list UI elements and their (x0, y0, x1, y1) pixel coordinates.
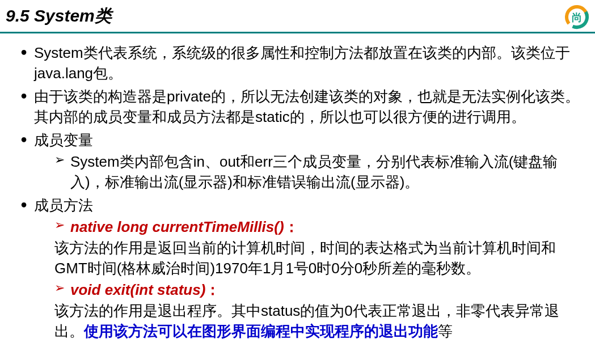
bullet-item-2: 由于该类的构造器是private的，所以无法创建该类的对象，也就是无法实例化该类… (20, 86, 581, 128)
method-desc-highlight: 使用该方法可以在图形界面编程中实现程序的退出功能 (84, 323, 438, 340)
bullet-item-3: 成员变量 System类内部包含in、out和err三个成员变量，分别代表标准输… (20, 130, 581, 193)
sub-bullet-item: System类内部包含in、out和err三个成员变量，分别代表标准输入流(键盘… (54, 151, 581, 193)
sub-bullet-text: System类内部包含in、out和err三个成员变量，分别代表标准输入流(键盘… (70, 153, 558, 191)
bullet-list-main: System类代表系统，系统级的很多属性和控制方法都放置在该类的内部。该类位于j… (14, 43, 581, 341)
method-item-2: void exit(int status)： 该方法的作用是退出程序。其中sta… (54, 280, 581, 341)
bullet-item-4: 成员方法 native long currentTimeMillis()： 该方… (20, 195, 581, 342)
method-desc-text: 该方法的作用是返回当前的计算机时间，时间的表达格式为当前计算机时间和GMT时间(… (54, 238, 581, 279)
bullet-text: System类代表系统，系统级的很多属性和控制方法都放置在该类的内部。该类位于j… (34, 44, 570, 82)
logo-icon: 尚 (564, 5, 589, 29)
method-item-1: native long currentTimeMillis()： 该方法的作用是… (54, 217, 581, 278)
method-colon: ： (205, 281, 220, 298)
svg-text:尚: 尚 (572, 12, 582, 23)
method-name-text: native long currentTimeMillis() (70, 218, 284, 235)
method-colon: ： (284, 218, 299, 235)
bullet-text: 成员方法 (34, 197, 93, 214)
slide-title: 9.5 System类 (6, 5, 112, 28)
method-desc-tail: 等 (438, 323, 453, 340)
slide-header: 9.5 System类 尚 (0, 0, 595, 33)
method-desc-text: 该方法的作用是退出程序。其中status的值为0代表正常退出，非零代表异常退出。… (54, 300, 581, 342)
bullet-text: 由于该类的构造器是private的，所以无法创建该类的对象，也就是无法实例化该类… (34, 88, 580, 125)
bullet-text: 成员变量 (34, 132, 93, 149)
bullet-sublist-vars: System类内部包含in、out和err三个成员变量，分别代表标准输入流(键盘… (34, 151, 581, 193)
method-name-text: void exit(int status) (70, 281, 205, 298)
slide-content: System类代表系统，系统级的很多属性和控制方法都放置在该类的内部。该类位于j… (0, 33, 595, 349)
bullet-item-1: System类代表系统，系统级的很多属性和控制方法都放置在该类的内部。该类位于j… (20, 43, 581, 84)
bullet-sublist-methods: native long currentTimeMillis()： 该方法的作用是… (34, 217, 581, 341)
